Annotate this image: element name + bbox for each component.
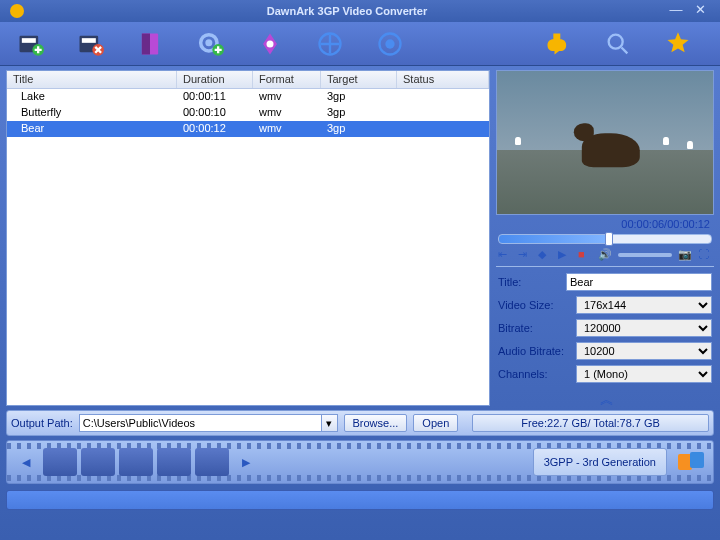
effect-button[interactable] — [370, 26, 410, 62]
list-row[interactable]: Lake 00:00:11 wmv 3gp — [7, 89, 489, 105]
playback-time: 00:00:06/00:00:12 — [496, 215, 714, 233]
videosize-label: Video Size: — [498, 299, 576, 311]
stop-button[interactable]: ■ — [578, 248, 592, 262]
prev-frame-button[interactable]: ⇤ — [498, 248, 512, 262]
audiobitrate-label: Audio Bitrate: — [498, 345, 576, 357]
cell-status — [397, 89, 489, 105]
svg-point-15 — [609, 34, 623, 48]
help-button[interactable] — [658, 26, 698, 62]
cell-title: Bear — [7, 121, 177, 137]
title-bar: DawnArk 3GP Video Converter — ✕ — [0, 0, 720, 22]
side-panel: 00:00:06/00:00:12 ⇤ ⇥ ◆ ▶ ■ 🔊 📷 ⛶ Title:… — [496, 70, 714, 406]
cell-format: wmv — [253, 121, 321, 137]
profile-filmstrip: ◀ ▶ 3GPP - 3rd Generation — [6, 440, 714, 484]
col-title[interactable]: Title — [7, 71, 177, 88]
output-path-dropdown[interactable]: ▾ — [322, 414, 338, 432]
svg-point-11 — [267, 40, 274, 47]
crop-button[interactable] — [310, 26, 350, 62]
search-button[interactable] — [598, 26, 638, 62]
fullscreen-button[interactable]: ⛶ — [698, 248, 712, 262]
svg-rect-7 — [142, 33, 150, 54]
open-folder-button[interactable]: Open — [413, 414, 458, 432]
preview-bird-icon — [515, 137, 521, 145]
main-toolbar — [0, 22, 720, 66]
trim-button[interactable] — [250, 26, 290, 62]
seek-bar[interactable] — [498, 234, 712, 244]
svg-rect-16 — [678, 454, 692, 470]
device-phone-icon[interactable] — [43, 448, 77, 476]
collapse-toggle[interactable]: ︽ — [496, 391, 714, 405]
video-preview[interactable] — [496, 70, 714, 215]
title-input[interactable] — [566, 273, 712, 291]
bitrate-label: Bitrate: — [498, 322, 576, 334]
col-format[interactable]: Format — [253, 71, 321, 88]
cell-target: 3gp — [321, 121, 397, 137]
list-header: Title Duration Format Target Status — [7, 71, 489, 89]
cell-duration: 00:00:10 — [177, 105, 253, 121]
cell-duration: 00:00:12 — [177, 121, 253, 137]
next-frame-button[interactable]: ⇥ — [518, 248, 532, 262]
volume-icon[interactable]: 🔊 — [598, 248, 612, 262]
volume-slider[interactable] — [618, 253, 672, 257]
bitrate-select[interactable]: 120000 — [576, 319, 712, 337]
progress-bar — [6, 490, 714, 510]
list-row[interactable]: Bear 00:00:12 wmv 3gp — [7, 121, 489, 137]
main-area: Title Duration Format Target Status Lake… — [0, 66, 720, 406]
col-duration[interactable]: Duration — [177, 71, 253, 88]
list-row[interactable]: Butterfly 00:00:10 wmv 3gp — [7, 105, 489, 121]
list-body[interactable]: Lake 00:00:11 wmv 3gp Butterfly 00:00:10… — [7, 89, 489, 405]
preview-bird-icon — [687, 141, 693, 149]
cell-format: wmv — [253, 105, 321, 121]
add-file-button[interactable] — [10, 26, 50, 62]
col-target[interactable]: Target — [321, 71, 397, 88]
buy-button[interactable] — [538, 26, 578, 62]
device-disc-icon[interactable] — [119, 448, 153, 476]
preview-subject — [582, 133, 640, 167]
settings-button[interactable] — [190, 26, 230, 62]
svg-point-9 — [205, 39, 212, 46]
clear-list-button[interactable] — [130, 26, 170, 62]
svg-rect-1 — [22, 38, 36, 43]
audiobitrate-select[interactable]: 10200 — [576, 342, 712, 360]
output-bar: Output Path: ▾ Browse... Open Free:22.7 … — [6, 410, 714, 436]
output-path-input[interactable] — [79, 414, 322, 432]
browse-button[interactable]: Browse... — [344, 414, 408, 432]
col-status[interactable]: Status — [397, 71, 489, 88]
close-button[interactable]: ✕ — [690, 4, 710, 18]
scroll-right-button[interactable]: ▶ — [234, 448, 258, 476]
device-box-icon[interactable] — [195, 448, 229, 476]
cell-status — [397, 121, 489, 137]
playback-controls: ⇤ ⇥ ◆ ▶ ■ 🔊 📷 ⛶ — [496, 248, 714, 266]
mark-in-button[interactable]: ◆ — [538, 248, 552, 262]
file-list: Title Duration Format Target Status Lake… — [6, 70, 490, 406]
svg-point-14 — [385, 39, 394, 48]
channels-label: Channels: — [498, 368, 576, 380]
app-icon — [10, 4, 24, 18]
preview-bird-icon — [663, 137, 669, 145]
convert-button[interactable] — [673, 448, 709, 476]
snapshot-button[interactable]: 📷 — [678, 248, 692, 262]
disk-space-text: Free:22.7 GB/ Total:78.7 GB — [472, 414, 709, 432]
title-label: Title: — [498, 276, 566, 288]
videosize-select[interactable]: 176x144 — [576, 296, 712, 314]
cell-title: Butterfly — [7, 105, 177, 121]
profile-label[interactable]: 3GPP - 3rd Generation — [533, 448, 667, 476]
remove-file-button[interactable] — [70, 26, 110, 62]
device-card-icon[interactable] — [157, 448, 191, 476]
play-button[interactable]: ▶ — [558, 248, 572, 262]
seek-knob[interactable] — [605, 232, 613, 246]
properties-form: Title: Video Size:176x144 Bitrate:120000… — [496, 266, 714, 388]
cell-title: Lake — [7, 89, 177, 105]
app-title: DawnArk 3GP Video Converter — [32, 5, 662, 17]
svg-rect-17 — [690, 452, 704, 468]
cell-duration: 00:00:11 — [177, 89, 253, 105]
minimize-button[interactable]: — — [666, 4, 686, 18]
cell-target: 3gp — [321, 89, 397, 105]
cell-target: 3gp — [321, 105, 397, 121]
device-audio-icon[interactable] — [81, 448, 115, 476]
channels-select[interactable]: 1 (Mono) — [576, 365, 712, 383]
cell-status — [397, 105, 489, 121]
output-path-label: Output Path: — [11, 417, 73, 429]
scroll-left-button[interactable]: ◀ — [14, 448, 38, 476]
svg-rect-4 — [82, 38, 96, 43]
